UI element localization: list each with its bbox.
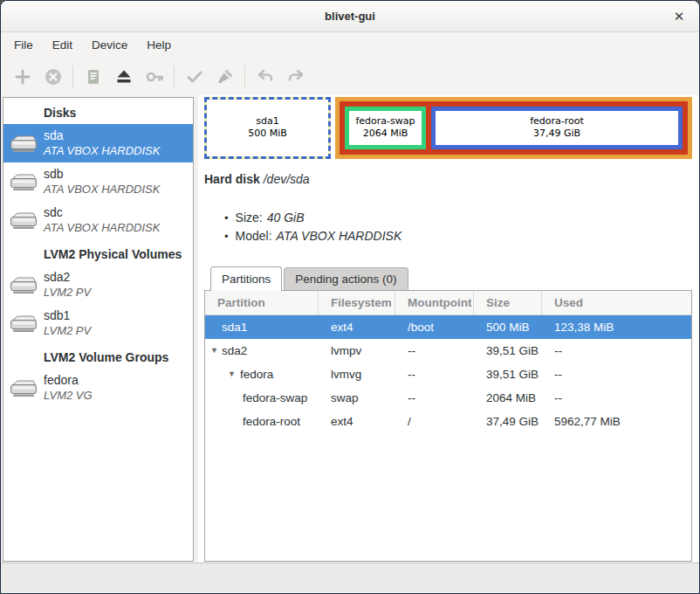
partitions-panel: Partition Filesystem Mountpoint Size Use… — [204, 290, 692, 562]
device-type-label: Hard disk — [204, 172, 260, 186]
viz-lv-fedora-swap[interactable]: fedora-swap 2064 MiB — [345, 107, 426, 149]
toolbar-separator — [174, 66, 175, 88]
redo-icon — [285, 66, 306, 87]
expander-icon[interactable]: ▼ — [210, 346, 218, 355]
harddisk-icon — [3, 274, 44, 295]
check-icon — [184, 66, 205, 87]
table-row-fedora-root[interactable]: fedora-root ext4 / 37,49 GiB 5962,77 MiB — [205, 410, 691, 433]
table-row-fedora-swap[interactable]: fedora-swap swap -- 2064 MiB -- — [205, 386, 691, 410]
menu-help[interactable]: Help — [137, 35, 181, 55]
device-sidebar: Disks sdaATA VBOX HARDDISK sdbATA VBOX H… — [3, 97, 194, 562]
menu-device[interactable]: Device — [82, 35, 137, 55]
column-header-partition[interactable]: Partition — [205, 291, 319, 314]
column-header-filesystem[interactable]: Filesystem — [319, 291, 395, 314]
column-header-used[interactable]: Used — [542, 291, 691, 314]
tab-partitions[interactable]: Partitions — [210, 266, 282, 291]
sidebar-item-sdb1[interactable]: sdb1LVM2 PV — [3, 304, 193, 342]
sidebar-header-lvm2-pv: LVM2 Physical Volumes — [3, 239, 193, 266]
apply-button[interactable] — [179, 62, 209, 92]
undo-button[interactable] — [250, 62, 280, 92]
table-row-sda1[interactable]: sda1 ext4 /boot 500 MiB 123,38 MiB — [205, 315, 691, 339]
sidebar-item-sda[interactable]: sdaATA VBOX HARDDISK — [3, 124, 193, 162]
harddisk-icon — [3, 171, 44, 192]
bullet-icon: • — [224, 211, 229, 224]
sidebar-item-sdc[interactable]: sdcATA VBOX HARDDISK — [3, 201, 193, 239]
device-model-item: • Model: ATA VBOX HARDDISK — [204, 227, 692, 245]
viz-vg-fedora-frame[interactable]: fedora-swap 2064 MiB fedora-root 37,49 G… — [340, 101, 688, 155]
column-header-mountpoint[interactable]: Mountpoint — [395, 291, 474, 314]
close-icon: ✕ — [674, 9, 685, 24]
menu-edit[interactable]: Edit — [43, 35, 82, 55]
close-button[interactable]: ✕ — [669, 7, 689, 26]
device-size-item: • Size: 40 GiB — [204, 209, 692, 227]
unmount-button[interactable] — [108, 62, 139, 92]
expander-icon[interactable]: ▼ — [228, 370, 236, 378]
sidebar-header-lvm2-vg: LVM2 Volume Groups — [3, 342, 193, 369]
harddisk-icon — [3, 313, 44, 334]
eject-icon — [113, 66, 134, 87]
partition-visualization: sda1 500 MiB fedora-swap 2064 MiB fedora… — [204, 97, 692, 159]
sidebar-item-sda2[interactable]: sda2LVM2 PV — [3, 266, 193, 304]
viz-pv-sda2-frame[interactable]: fedora-swap 2064 MiB fedora-root 37,49 G… — [335, 97, 692, 159]
device-path: /dev/sda — [264, 172, 310, 186]
table-row-fedora[interactable]: ▼ fedora lvmvg -- 39,51 GiB -- — [205, 363, 691, 386]
clear-actions-button[interactable] — [209, 62, 240, 92]
decrypt-button[interactable] — [139, 62, 169, 92]
table-header: Partition Filesystem Mountpoint Size Use… — [205, 291, 691, 315]
titlebar[interactable]: blivet-gui ✕ — [1, 1, 699, 32]
statusbar — [1, 563, 699, 592]
toolbar-separator — [244, 66, 245, 88]
add-device-button[interactable] — [7, 62, 38, 92]
key-icon — [144, 66, 165, 87]
device-heading: Hard disk /dev/sda — [204, 172, 692, 186]
viz-lv-fedora-root[interactable]: fedora-root 37,49 GiB — [431, 107, 683, 149]
edit-device-button[interactable] — [78, 62, 108, 92]
table-row-sda2[interactable]: ▼ sda2 lvmpv -- 39,51 GiB -- — [205, 339, 691, 363]
brush-icon — [215, 66, 236, 87]
tab-bar: Partitions Pending actions (0) — [204, 266, 692, 290]
tab-pending-actions[interactable]: Pending actions (0) — [284, 267, 408, 291]
window-title: blivet-gui — [325, 10, 375, 23]
remove-circle-icon — [43, 66, 64, 87]
bullet-icon: • — [224, 230, 229, 243]
column-header-size[interactable]: Size — [474, 291, 542, 314]
harddisk-icon — [3, 133, 44, 154]
viz-partition-sda1[interactable]: sda1 500 MiB — [204, 97, 331, 159]
delete-device-button[interactable] — [38, 62, 68, 92]
viz-sda1-selection: sda1 500 MiB — [204, 97, 331, 159]
plus-icon — [12, 66, 33, 87]
harddisk-icon — [3, 377, 44, 398]
undo-icon — [255, 66, 276, 87]
toolbar — [1, 58, 699, 95]
menubar: File Edit Device Help — [1, 32, 699, 58]
device-info-list: • Size: 40 GiB • Model: ATA VBOX HARDDIS… — [204, 209, 692, 245]
toolbar-separator — [72, 66, 73, 88]
sidebar-header-disks: Disks — [3, 98, 193, 124]
document-icon — [83, 66, 104, 87]
redo-button[interactable] — [280, 62, 311, 92]
sidebar-item-sdb[interactable]: sdbATA VBOX HARDDISK — [3, 162, 193, 201]
sidebar-item-fedora[interactable]: fedoraLVM2 VG — [3, 369, 193, 407]
menu-file[interactable]: File — [4, 35, 43, 55]
content-area: sda1 500 MiB fedora-swap 2064 MiB fedora… — [198, 95, 699, 562]
harddisk-icon — [3, 210, 44, 231]
main-area: Disks sdaATA VBOX HARDDISK sdbATA VBOX H… — [1, 95, 699, 563]
app-window: blivet-gui ✕ File Edit Device Help — [0, 0, 700, 594]
